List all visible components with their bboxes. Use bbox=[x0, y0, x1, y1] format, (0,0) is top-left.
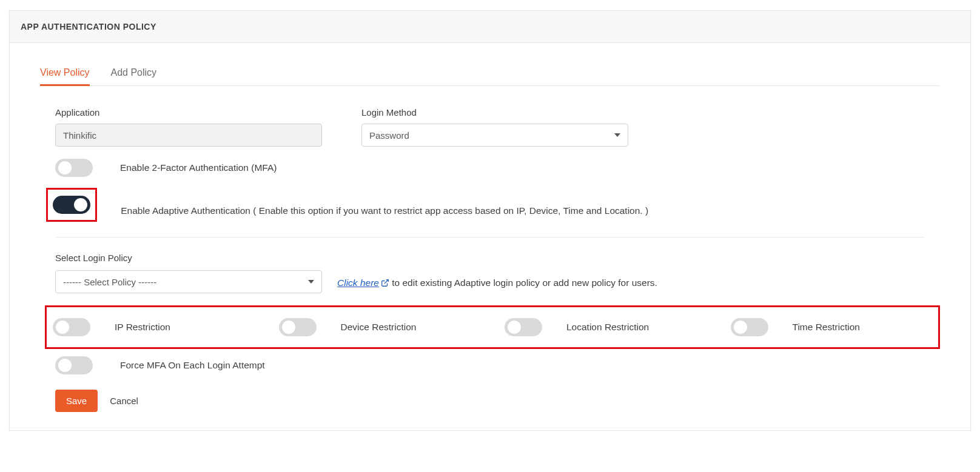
select-policy-label: Select Login Policy bbox=[55, 253, 322, 263]
login-method-label: Login Method bbox=[346, 107, 628, 118]
cancel-button[interactable]: Cancel bbox=[110, 396, 138, 406]
mfa-toggle-label: Enable 2-Factor Authentication (MFA) bbox=[120, 162, 277, 173]
adaptive-row: Enable Adaptive Authentication ( Enable … bbox=[40, 188, 940, 222]
application-label: Application bbox=[40, 107, 322, 118]
mfa-toggle-row: Enable 2-Factor Authentication (MFA) bbox=[55, 159, 940, 177]
mfa-toggle[interactable] bbox=[55, 159, 93, 177]
application-input[interactable] bbox=[55, 124, 322, 147]
policy-row: Select Login Policy ------ Select Policy… bbox=[55, 253, 940, 293]
ip-restriction-toggle[interactable] bbox=[53, 318, 90, 336]
click-here-text: Click here bbox=[337, 278, 379, 288]
restrictions-highlight: IP Restriction Device Restriction Locati… bbox=[45, 305, 940, 349]
device-restriction-item: Device Restriction bbox=[279, 318, 481, 336]
click-here-help-text: to edit existing Adaptive login policy o… bbox=[389, 278, 657, 288]
tab-view-policy[interactable]: View Policy bbox=[40, 61, 90, 86]
force-mfa-row: Force MFA On Each Login Attempt bbox=[55, 356, 940, 374]
policy-select-col: Select Login Policy ------ Select Policy… bbox=[55, 253, 322, 293]
device-restriction-toggle[interactable] bbox=[279, 318, 317, 336]
ip-restriction-item: IP Restriction bbox=[53, 318, 255, 336]
time-restriction-item: Time Restriction bbox=[731, 318, 933, 336]
adaptive-toggle-label: Enable Adaptive Authentication ( Enable … bbox=[121, 205, 648, 216]
tab-add-policy[interactable]: Add Policy bbox=[111, 61, 157, 85]
panel-body: View Policy Add Policy Application Login… bbox=[10, 43, 970, 430]
adaptive-toggle[interactable] bbox=[53, 196, 90, 214]
policy-help-text: Click here to edit existing Adaptive log… bbox=[337, 278, 657, 293]
location-restriction-item: Location Restriction bbox=[505, 318, 706, 336]
divider bbox=[55, 237, 925, 238]
external-link-icon bbox=[381, 279, 389, 287]
location-restriction-label: Location Restriction bbox=[566, 322, 649, 333]
force-mfa-toggle[interactable] bbox=[55, 356, 93, 374]
panel-title: APP AUTHENTICATION POLICY bbox=[10, 11, 970, 43]
tabs: View Policy Add Policy bbox=[40, 61, 940, 86]
ip-restriction-label: IP Restriction bbox=[115, 322, 170, 333]
location-restriction-toggle[interactable] bbox=[505, 318, 542, 336]
login-method-field-col: Login Method Password bbox=[346, 107, 628, 147]
time-restriction-toggle[interactable] bbox=[731, 318, 768, 336]
actions-row: Save Cancel bbox=[55, 390, 940, 412]
adaptive-highlight bbox=[46, 188, 97, 222]
form-row-app-login: Application Login Method Password bbox=[40, 107, 940, 147]
click-here-link[interactable]: Click here bbox=[337, 278, 389, 288]
login-method-select[interactable]: Password bbox=[361, 124, 628, 147]
auth-policy-panel: APP AUTHENTICATION POLICY View Policy Ad… bbox=[9, 10, 971, 431]
device-restriction-label: Device Restriction bbox=[341, 322, 417, 333]
application-field-col: Application bbox=[40, 107, 322, 147]
select-policy-select[interactable]: ------ Select Policy ------ bbox=[55, 270, 322, 293]
svg-line-0 bbox=[384, 280, 388, 284]
save-button[interactable]: Save bbox=[55, 390, 98, 412]
time-restriction-label: Time Restriction bbox=[793, 322, 860, 333]
force-mfa-label: Force MFA On Each Login Attempt bbox=[120, 360, 265, 371]
